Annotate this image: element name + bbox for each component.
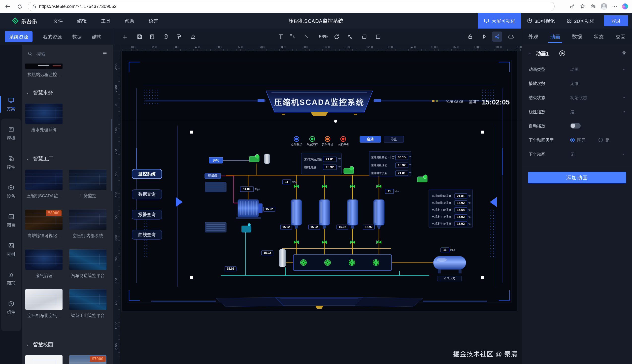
fan-unit-box[interactable] (293, 254, 392, 270)
compressor-pump-2[interactable] (344, 166, 354, 174)
connector-tool-icon[interactable] (288, 32, 297, 41)
menu-file[interactable]: 文件 (53, 17, 63, 24)
selection-handle-br[interactable] (481, 276, 484, 279)
frame-icon[interactable] (360, 32, 368, 41)
panel-scrollbar[interactable] (111, 119, 112, 191)
profile-avatar[interactable] (601, 3, 607, 10)
section-header[interactable]: ⌄智慧工厂 (26, 155, 113, 162)
radio-pen-element[interactable]: 图元 (570, 137, 586, 143)
menu-edit[interactable]: 编辑 (77, 17, 86, 24)
sidebar-item-widget[interactable]: 控件 (0, 150, 22, 174)
sidebar-item-material[interactable]: 素材 (0, 238, 22, 262)
eraser-icon[interactable] (189, 32, 197, 41)
menu-tools[interactable]: 工具 (101, 17, 110, 24)
cloud-icon[interactable] (507, 32, 516, 41)
preview-play-icon[interactable] (480, 32, 488, 41)
radiator-1[interactable] (205, 182, 226, 192)
tab-my-resources[interactable]: 我的资源 (43, 33, 62, 40)
text-tool-icon[interactable]: T (277, 32, 285, 41)
theme-icon[interactable] (162, 32, 170, 41)
fit-view-icon[interactable] (346, 32, 354, 41)
layout-table-icon[interactable] (374, 32, 382, 41)
scada-menu-data-query[interactable]: 数据查询 (132, 190, 162, 199)
sidebar-item-template[interactable]: 模板 (0, 122, 22, 146)
template-card[interactable]: 空压机 内部系统 (69, 210, 106, 238)
canvas-area[interactable]: 1002003004005006007008009001000110012001… (120, 45, 522, 364)
add-animation-button[interactable]: 添加动画 (528, 172, 626, 183)
favorite-star-icon[interactable] (580, 4, 585, 9)
tab-interaction[interactable]: 交互 (611, 28, 630, 45)
menu-language[interactable]: 语言 (149, 17, 158, 24)
back-icon[interactable] (4, 2, 12, 11)
selection-handle-bl[interactable] (190, 276, 193, 279)
template-card[interactable]: 废水处理系统 (25, 104, 62, 132)
tab-appearance[interactable]: 外观 (523, 28, 543, 45)
tab-structure[interactable]: 结构 (92, 33, 102, 40)
address-bar[interactable]: https://v.le5le.com/?r=1754377309052 (28, 2, 554, 11)
brand-logo[interactable]: 乐吾乐 (12, 17, 38, 24)
chevron-down-icon[interactable] (528, 51, 532, 55)
copilot-icon[interactable] (622, 4, 628, 10)
scada-menu-alarm-query[interactable]: 报警查询 (132, 210, 162, 219)
add-icon[interactable]: ＋ (120, 32, 129, 41)
selection-handle-tr[interactable] (481, 130, 484, 134)
v-ruler[interactable]: -200-10001002003004005006007008009001000… (113, 45, 120, 364)
rotation-handle[interactable] (334, 120, 337, 123)
template-card[interactable]: 压缩机SCADA监... (25, 170, 62, 198)
tab-animation[interactable]: 动画 (545, 28, 565, 45)
refresh-icon[interactable] (16, 2, 24, 11)
prop-row-end-state[interactable]: 结束状态 初始状态 (522, 90, 632, 104)
sidebar-item-component[interactable]: 组件 (0, 296, 22, 320)
radio-group[interactable]: 组 (598, 137, 610, 143)
collections-icon[interactable] (590, 4, 596, 9)
big-screen-viz-button[interactable]: 大屏可视化 (478, 13, 521, 28)
scada-menu-curve-query[interactable]: 曲线查询 (132, 230, 162, 240)
template-card[interactable]: 智慧矿山管控平台 (69, 289, 106, 318)
inlet-button[interactable]: 进气 (209, 157, 223, 163)
line-tool-icon[interactable] (302, 32, 311, 41)
cooling-pump[interactable] (242, 223, 251, 232)
viz-2d-button[interactable]: 2D可视化 (561, 17, 600, 24)
paint-roller-icon[interactable] (174, 32, 183, 41)
template-card[interactable]: 汽车制造管控平台 (69, 249, 106, 278)
menu-help[interactable]: 帮助 (125, 17, 134, 24)
tab-state[interactable]: 状态 (589, 28, 609, 45)
password-key-icon[interactable] (570, 4, 575, 9)
scada-menu-monitor[interactable]: 监控系统 (132, 169, 162, 179)
sidebar-item-solution[interactable]: 方案 (0, 92, 22, 116)
h-ruler[interactable]: 1002003004005006007008009001000110012001… (120, 45, 522, 51)
motor[interactable] (236, 200, 262, 219)
login-button[interactable]: 登录 (604, 15, 628, 26)
separator-tank[interactable] (279, 249, 286, 267)
scada-artboard[interactable]: 压缩机SCADA监控系统 2025-08-05 星期二 15:02:05 启动就… (122, 51, 517, 311)
share-icon[interactable] (492, 32, 502, 42)
save-icon[interactable] (135, 32, 144, 41)
template-card[interactable]: ¥7000 (69, 355, 106, 364)
compressor-pump-1[interactable] (250, 154, 259, 162)
sidebar-item-device[interactable]: 设备 (0, 180, 22, 204)
selection-handle-tl[interactable] (190, 130, 193, 134)
sidebar-item-graphic[interactable]: 图形 (0, 267, 22, 290)
template-card[interactable]: 换热站远程监控... (25, 64, 62, 78)
sidebar-item-chart[interactable]: 图表 (0, 209, 22, 232)
prop-row-next-animation[interactable]: 下个动画 无 (522, 147, 632, 161)
template-card[interactable]: 厂务监控 (69, 170, 106, 198)
file-icon[interactable] (148, 32, 156, 41)
prop-row-animation-type[interactable]: 动画类型 动画 (522, 62, 632, 76)
flow-valve-button[interactable]: 调量阀 (205, 173, 220, 179)
template-card[interactable] (25, 355, 62, 364)
browser-menu-icon[interactable] (612, 4, 617, 9)
zoom-level[interactable]: 56% (316, 28, 332, 45)
tab-data-binding[interactable]: 数据 (567, 28, 587, 45)
section-header[interactable]: ⌄智慧水务 (26, 89, 113, 96)
delete-animation-icon[interactable] (622, 51, 626, 56)
tab-system-resources[interactable]: 系统资源 (5, 31, 32, 42)
prop-row-play-count[interactable]: 播放次数 无限 (522, 76, 632, 90)
tab-data[interactable]: 数据 (72, 33, 82, 40)
start-button[interactable]: 启动 (360, 136, 381, 142)
oil-separator[interactable] (264, 154, 270, 164)
list-layout-icon[interactable] (102, 51, 108, 56)
air-storage-tank[interactable] (433, 256, 466, 274)
prop-row-linear-play[interactable]: 线性播放 是 (522, 104, 632, 118)
template-card[interactable]: ¥3000高炉炼铁可视化... (25, 210, 62, 238)
